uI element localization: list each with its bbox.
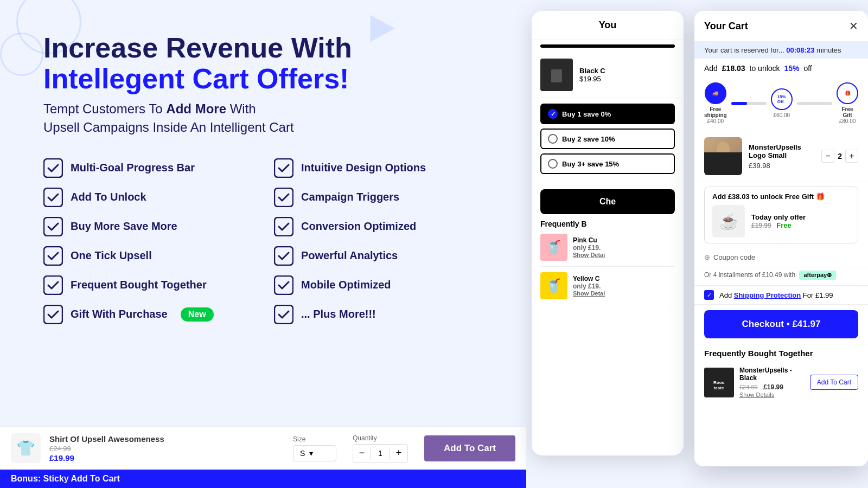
quantity-control: − 1 +	[353, 444, 408, 463]
upsell-offer-2[interactable]: Buy 2 save 10%	[540, 129, 675, 149]
bg-cart-title: You	[532, 11, 684, 40]
cart-item-price: £39.98	[749, 162, 815, 170]
quantity-decrease-button[interactable]: −	[353, 445, 371, 462]
freq-cart-name: MonsterUpsells - Black	[739, 367, 805, 382]
left-content-area: Increase Revenue With Intellegent Cart O…	[0, 0, 515, 488]
afterpay-row: Or 4 installments of £10.49 with afterpa…	[694, 267, 868, 286]
cart-item-logo: MonsterUpsells Logo Small £39.98 − 2 +	[694, 131, 868, 182]
new-badge: New	[181, 307, 214, 322]
cart-close-button[interactable]: ✕	[849, 20, 858, 33]
feature-item-7: Intuitive Design Options	[274, 158, 483, 178]
coupon-icon: ⊕	[704, 253, 710, 261]
bg-product-image	[540, 59, 573, 91]
sticky-price-new: £19.99	[49, 453, 284, 463]
cart-qty-decrease[interactable]: −	[821, 150, 834, 163]
freq-add-to-cart-button[interactable]: Add To Cart	[810, 375, 858, 390]
svg-rect-13	[551, 69, 562, 82]
upsell-offers: ✓ Buy 1 save 0% Buy 2 save 10% Buy 3+ sa…	[532, 98, 684, 184]
checkout-button[interactable]: Checkout • £41.97	[704, 310, 858, 338]
sticky-bonus-label: Bonus: Sticky Add To Cart	[0, 470, 526, 488]
bg-freq-section: Frequently B 🥤 Pink Cu only £19. Show De…	[532, 220, 684, 305]
person-avatar	[704, 137, 742, 175]
progress-goals: 🚚 Free shipping £40.00 15%Off £60.00 🎁	[694, 82, 868, 131]
goal-fill	[731, 102, 747, 105]
feature-item-12: ... Plus More!!!	[274, 305, 483, 324]
bg-freq-item-2: 🥤 Yellow C only £19. Show Detai	[540, 267, 675, 305]
feature-item-6: Gift With Purchase New	[43, 305, 252, 324]
feature-label-7: Intuitive Design Options	[301, 162, 426, 174]
upsell-offer-3[interactable]: Buy 3+ save 15%	[540, 153, 675, 174]
gift-price-old: £19.99	[751, 222, 771, 229]
svg-rect-0	[44, 159, 62, 177]
cart-item-name: MonsterUpsells Logo Small	[749, 143, 815, 159]
svg-rect-9	[275, 276, 293, 294]
svg-rect-8	[44, 276, 62, 294]
shipping-protection-row[interactable]: ✓ Add Shipping Protection For £1.99	[694, 286, 868, 305]
freq-cart-price-old: £24.99	[739, 384, 758, 390]
size-select[interactable]: S ▾	[293, 445, 336, 461]
sticky-price-old: £24.99	[49, 445, 71, 453]
freq-bought-title: Frequently Bought Together	[694, 344, 868, 362]
freq-cart-image: Roostaste	[704, 368, 734, 397]
features-grid: Multi-Goal Progress Bar Intuitive Design…	[43, 158, 483, 324]
afterpay-logo: afterpay⊕	[799, 271, 836, 280]
gift-image: ☕	[712, 205, 745, 237]
quantity-increase-button[interactable]: +	[390, 445, 407, 462]
upsell-radio-3	[548, 159, 558, 169]
chevron-down-icon: ▾	[309, 449, 313, 458]
sticky-product-info: Shirt Of Upsell Awesomeness £24.99 £19.9…	[49, 434, 284, 463]
shipping-protection-checkbox[interactable]: ✓	[704, 290, 714, 300]
svg-text:Roos: Roos	[713, 380, 725, 385]
feature-label-3: Buy More Save More	[71, 220, 177, 233]
sticky-controls: Size S ▾ Quantity − 1 +	[293, 434, 515, 463]
cart-qty-value: 2	[838, 152, 842, 160]
shipping-protection-text: Add Shipping Protection For £1.99	[719, 291, 833, 299]
feature-item-11: Mobile Optimized	[274, 275, 483, 295]
subheadline-bold: Add More	[166, 101, 226, 116]
cart-item-image	[704, 137, 742, 175]
svg-rect-2	[44, 188, 62, 207]
check-icon-12	[274, 305, 293, 324]
svg-rect-5	[275, 217, 293, 236]
gift-price-free: Free	[776, 221, 791, 229]
freq-cart-item: Roostaste MonsterUpsells - Black £24.99 …	[694, 362, 868, 402]
bg-checkout-button[interactable]: Che	[540, 189, 675, 214]
cart-header: Your Cart ✕	[694, 11, 868, 42]
svg-rect-1	[275, 159, 293, 177]
feature-label-5: Frequent Bought Together	[71, 279, 207, 291]
upsell-offer-1[interactable]: ✓ Buy 1 save 0%	[540, 104, 675, 124]
quantity-label: Quantity	[353, 434, 408, 442]
sticky-bar: 👕 Shirt Of Upsell Awesomeness £24.99 £19…	[0, 426, 526, 488]
add-to-cart-button[interactable]: Add To Cart	[424, 435, 515, 461]
feature-label-2: Add To Unlock	[71, 191, 146, 203]
check-icon-6	[43, 305, 63, 324]
check-icon-1	[43, 158, 63, 178]
svg-rect-3	[275, 188, 293, 207]
goal-node-shipping: 🚚 Free shipping £40.00	[704, 82, 727, 124]
bg-show-details-2[interactable]: Show Detai	[573, 290, 675, 297]
cart-qty-increase[interactable]: +	[845, 150, 858, 163]
feature-label-11: Mobile Optimized	[301, 279, 391, 291]
svg-rect-10	[44, 305, 62, 324]
bg-product-price: $19.95	[579, 75, 605, 83]
quantity-selector: Quantity − 1 +	[353, 434, 408, 463]
cart-item-quantity: − 2 +	[821, 150, 858, 163]
main-headline: Increase Revenue With Intellegent Cart O…	[43, 33, 483, 94]
goal-node-discount: 15%Off £60.00	[771, 88, 793, 118]
size-selector: Size S ▾	[293, 435, 336, 461]
bg-show-details-1[interactable]: Show Detai	[573, 252, 675, 258]
bg-progress-bar	[532, 40, 684, 52]
freq-cart-details: MonsterUpsells - Black £24.99 £19.99 Sho…	[739, 367, 805, 398]
freq-show-details[interactable]: Show Details	[739, 391, 805, 398]
bg-freq-img-2: 🥤	[540, 272, 567, 299]
feature-item-5: Frequent Bought Together	[43, 275, 252, 295]
feature-item-3: Buy More Save More	[43, 217, 252, 236]
gift-offer: ☕ Today only offer £19.99 Free	[712, 205, 850, 237]
sticky-product-row: 👕 Shirt Of Upsell Awesomeness £24.99 £19…	[0, 426, 526, 470]
feature-item-2: Add To Unlock	[43, 188, 252, 207]
feature-item-10: Powerful Analytics	[274, 246, 483, 266]
check-icon-4	[43, 246, 63, 266]
coupon-code-row[interactable]: ⊕ Coupon code	[694, 248, 868, 267]
shipping-link[interactable]: Shipping Protection	[734, 291, 801, 299]
feature-item-1: Multi-Goal Progress Bar	[43, 158, 252, 178]
